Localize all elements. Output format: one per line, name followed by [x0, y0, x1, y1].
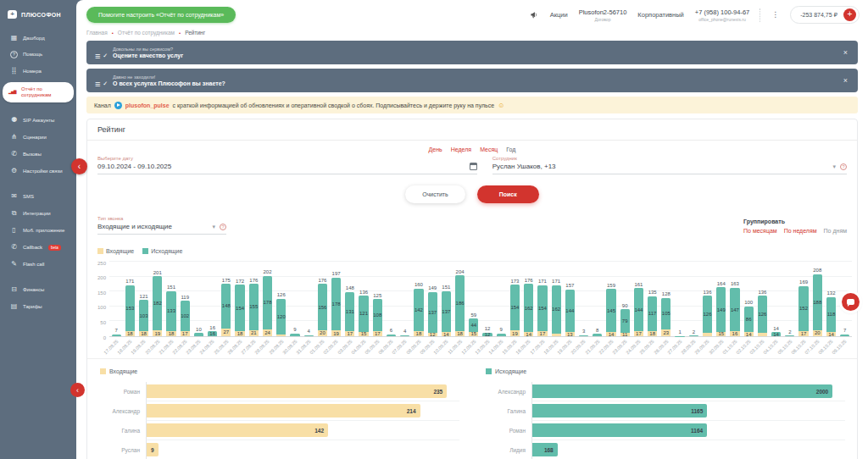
promotions-link[interactable]: Акции [550, 11, 568, 19]
sidebar-item-label: Отчёт по сотрудникам [21, 86, 69, 98]
close-icon[interactable]: × [842, 48, 849, 57]
hbar-row-Руслан: Руслан9 [99, 440, 459, 459]
bar-23.08.25: 1023.08.25 [192, 262, 205, 336]
clear-button[interactable]: Очистить [405, 185, 465, 203]
balance-pill[interactable]: -253 874,75 ₽ + [790, 6, 860, 24]
bar-segment-in: 15 [359, 332, 368, 336]
bar-total-label: 148 [346, 285, 354, 290]
call-type-label: Тип звонка [97, 216, 226, 221]
bar-segment-in: 14 [744, 332, 754, 336]
bar-segment-out: 131 [345, 292, 354, 331]
bar-segment-out [290, 334, 299, 336]
search-button[interactable]: Поиск [477, 185, 539, 203]
call-type-select[interactable]: Тип звонка Входящие и исходящие ▾ ? [97, 215, 226, 235]
bar-19.09.25: 1571441319.09.25 [563, 262, 576, 336]
bar-30.08.25: 930.08.25 [288, 262, 302, 336]
sidebar-item-employee-report[interactable]: ▂▅▇Отчёт по сотрудникам [3, 82, 74, 102]
bar-segment-in: 16 [730, 331, 739, 336]
sidebar-item-flash-call[interactable]: ✎Flash call [3, 257, 73, 272]
bar-segment-out: 86 [744, 307, 754, 332]
chevron-down-icon[interactable]: ▾ [212, 224, 215, 230]
scroll-left-button[interactable]: ‹ [70, 383, 85, 397]
sidebar-item-numbers[interactable]: ⣿Номера [3, 64, 73, 79]
group-by-week[interactable]: По неделям [784, 228, 817, 234]
sidebar-item-finance[interactable]: ⊟Финансы [3, 282, 73, 297]
sidebar-item-dashboard[interactable]: ▦Дашборд [3, 30, 73, 46]
sidebar-item-integrations[interactable]: ⧉Интеграции [3, 206, 73, 221]
survey-banner[interactable]: ≡✓ Довольны ли вы сервисом? Оцените каче… [86, 41, 858, 64]
sidebar-item-label: Интеграции [23, 211, 51, 217]
chevron-down-icon[interactable]: ▾ [832, 163, 836, 169]
phone-selector[interactable]: +7 (958) 100-94-67 office_phone@runexis.… [695, 8, 760, 22]
bar-13.09.25: 121213.09.25 [481, 262, 494, 336]
x-tick-label: 08.09.25 [405, 339, 421, 355]
employee-select[interactable]: Сотрудник Руслан Ушаков, +13 ▾ ? [492, 155, 847, 174]
employee-select-value[interactable]: Руслан Ушаков, +13 [492, 163, 829, 170]
info-icon[interactable]: ? [220, 224, 226, 230]
hbar-track: 9 [146, 440, 459, 459]
group-by-day[interactable]: По дням [824, 228, 847, 234]
bar-14.09.25: 914.09.25 [494, 262, 508, 336]
breadcrumb-home[interactable]: Главная [86, 30, 108, 36]
breadcrumb-report[interactable]: Отчёт по сотрудникам [118, 30, 175, 36]
sidebar-item-calls[interactable]: ✆Вызовы [3, 147, 73, 162]
breadcrumb-current: Рейтинг [185, 30, 205, 36]
top-up-button[interactable]: + [843, 8, 856, 21]
account-selector[interactable]: Plusofon2-56710 Договор [579, 8, 627, 22]
bar-25.09.25: 1351171825.09.25 [646, 262, 659, 336]
info-icon[interactable]: ? [840, 163, 847, 170]
sidebar-item-help[interactable]: ?Помощь [3, 47, 73, 62]
setup-report-button[interactable]: Помогите настроить «Отчёт по сотрудникам… [86, 7, 236, 23]
sidebar-collapse-button[interactable]: ‹ [71, 158, 87, 174]
legend-incoming[interactable]: Входящие [97, 248, 134, 254]
bar-segment-out: 144 [565, 290, 575, 333]
period-month[interactable]: Месяц [480, 147, 498, 152]
topbar-right: Акции Plusofon2-56710 Договор Корпоратив… [530, 6, 860, 24]
bar-total-label: 59 [470, 312, 476, 318]
announcements-button[interactable] [530, 10, 539, 19]
date-range-field[interactable]: Выберите дату 09.10.2024 - 09.10.2025 [97, 155, 477, 174]
bar-21.08.25: 1511331821.08.25 [164, 262, 178, 336]
bar-segment-out [194, 333, 203, 336]
plan-label[interactable]: Корпоративный [637, 11, 683, 19]
kebab-menu-icon[interactable]: ⋮ [771, 11, 779, 19]
sidebar-item-connection-settings[interactable]: ⚙Настройки связи [3, 163, 73, 179]
sidebar-item-sms[interactable]: ✉SMS [3, 189, 73, 204]
bar-segment-out: 178 [263, 276, 272, 329]
telegram-channel-link[interactable]: plusofon_pulse [125, 102, 170, 108]
bar-segment-out: 149 [716, 287, 726, 331]
hbar-fill: 235 [147, 384, 447, 398]
sidebar-item-sip-accounts[interactable]: ⚉SIP Аккаунты [3, 113, 73, 128]
bar-total-label: 175 [222, 278, 231, 283]
calendar-icon[interactable] [470, 163, 477, 170]
sidebar-item-scenarios[interactable]: ⋔Сценарии [3, 130, 73, 145]
bar-total-label: 171 [552, 279, 560, 284]
bar-12.09.25: 59441512.09.25 [467, 262, 481, 336]
sidebar-item-tariffs[interactable]: ▤Тарифы [3, 299, 73, 314]
bar-23.09.25: 90791123.09.25 [618, 262, 632, 336]
balance-amount: -253 874,75 ₽ [800, 12, 837, 19]
filters-row: Выберите дату 09.10.2024 - 09.10.2025 Со… [87, 153, 857, 174]
brand-logo[interactable]: + ПЛЮСОФОН [0, 5, 76, 29]
period-week[interactable]: Неделя [451, 147, 471, 152]
bar-04.09.25: 1361211504.09.25 [357, 262, 370, 336]
sidebar-item-label: Дашборд [23, 36, 45, 41]
sidebar-item-mobile-app[interactable]: ▯Моб. приложение [3, 223, 73, 238]
call-type-value[interactable]: Входящие и исходящие [97, 223, 208, 230]
bar-25.08.25: 1751482725.08.25 [220, 262, 233, 336]
services-banner[interactable]: ≡✓ Давно не заходили! О всех услугах Плю… [86, 69, 858, 92]
period-day[interactable]: День [429, 147, 442, 152]
legend-outgoing[interactable]: Исходящие [142, 248, 182, 254]
sidebar-item-callback[interactable]: ✆Callbackbeta [3, 240, 73, 255]
close-icon[interactable]: × [842, 76, 849, 85]
chat-fab-button[interactable] [842, 293, 860, 311]
period-year[interactable]: Год [506, 147, 515, 152]
bar-04.10.25: 141404.10.25 [770, 262, 783, 336]
sidebar-item-label: Сценарии [23, 135, 47, 141]
outgoing-chart-legend[interactable]: Исходящие [486, 368, 845, 374]
bar-total-label: 160 [415, 282, 423, 287]
date-range-value[interactable]: 09.10.2024 - 09.10.2025 [97, 163, 465, 170]
bar-07.10.25: 2081882007.10.25 [810, 262, 824, 336]
incoming-chart-legend[interactable]: Входящие [100, 368, 459, 374]
group-by-month[interactable]: По месяцам [743, 228, 777, 234]
